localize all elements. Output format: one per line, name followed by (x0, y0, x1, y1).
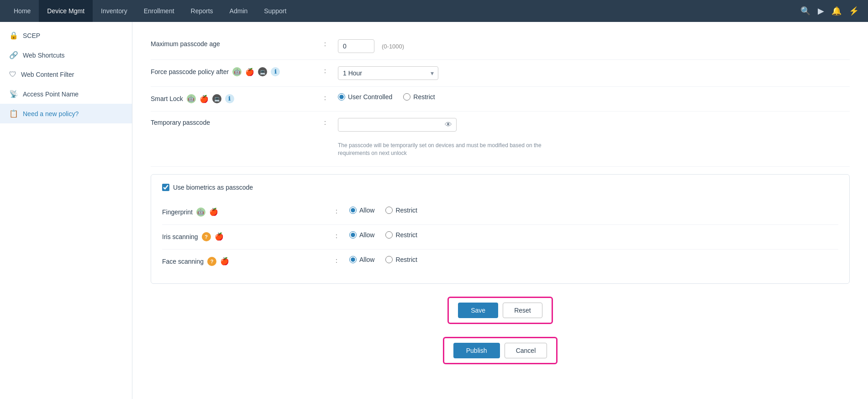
biometrics-checkbox[interactable] (162, 184, 169, 191)
sidebar-label-scep: SCEP (23, 32, 40, 39)
main-content: Maximum passcode age : (0-1000) Force pa… (132, 22, 868, 399)
force-passcode-row: Force passcode policy after 🤖 🍎 💻 ℹ : 1 … (151, 60, 850, 87)
save-reset-highlighted: Save Reset (447, 297, 553, 324)
search-icon[interactable]: 🔍 (800, 6, 810, 16)
fingerprint-label: Fingerprint 🤖 🍎 (162, 207, 336, 217)
smart-lock-user-controlled-radio[interactable] (338, 93, 345, 101)
fingerprint-value-group: Allow Restrict (349, 207, 838, 214)
nav-enrollment[interactable]: Enrollment (136, 0, 183, 22)
face-restrict-label: Restrict (395, 256, 417, 263)
sidebar-label-web-shortcuts: Web Shortcuts (23, 52, 65, 59)
face-radio-group: Allow Restrict (349, 256, 417, 263)
fingerprint-allow-label: Allow (359, 207, 374, 214)
flash-icon[interactable]: ⚡ (849, 6, 859, 16)
nav-inventory[interactable]: Inventory (93, 0, 136, 22)
face-allow-label: Allow (359, 256, 374, 263)
fingerprint-allow-option[interactable]: Allow (349, 207, 374, 214)
max-passcode-age-row: Maximum passcode age : (0-1000) (151, 33, 850, 60)
face-allow-radio[interactable] (349, 256, 357, 263)
temporary-passcode-value-group: 👁 The passcode will be temporarily set o… (338, 118, 850, 157)
sidebar-label-access-point-name: Access Point Name (23, 90, 79, 98)
publish-cancel-highlighted: Publish Cancel (443, 337, 558, 364)
face-allow-option[interactable]: Allow (349, 256, 374, 263)
temporary-passcode-input[interactable] (338, 118, 457, 132)
max-passcode-age-range: (0-1000) (382, 43, 404, 50)
iris-restrict-label: Restrict (395, 231, 417, 239)
access-point-icon: 📡 (9, 90, 18, 98)
nav-support[interactable]: Support (256, 0, 295, 22)
iris-value-group: Allow Restrict (349, 231, 838, 239)
nav-reports[interactable]: Reports (183, 0, 221, 22)
fingerprint-apple-icon: 🍎 (209, 207, 218, 217)
iris-radio-group: Allow Restrict (349, 231, 417, 239)
smart-lock-windows-icon: 💻 (212, 94, 221, 103)
save-button[interactable]: Save (458, 303, 498, 318)
face-restrict-radio[interactable] (385, 256, 393, 263)
face-restrict-option[interactable]: Restrict (385, 256, 417, 263)
smart-lock-radio-group: User Controlled Restrict (338, 93, 435, 101)
smart-lock-restrict-option[interactable]: Restrict (403, 93, 435, 101)
bell-icon[interactable]: 🔔 (831, 6, 842, 16)
sidebar-item-access-point-name[interactable]: 📡 Access Point Name (0, 84, 132, 104)
windows-icon: 💻 (258, 67, 267, 76)
sidebar-item-web-shortcuts[interactable]: 🔗 Web Shortcuts (0, 45, 132, 65)
nav-home[interactable]: Home (5, 0, 39, 22)
biometrics-header: Use biometrics as passcode (162, 184, 838, 191)
web-content-filter-icon: 🛡 (9, 70, 16, 79)
smart-lock-label: Smart Lock 🤖 🍎 💻 ℹ (151, 93, 324, 103)
fingerprint-android-icon: 🤖 (196, 207, 205, 217)
fingerprint-restrict-label: Restrict (395, 207, 417, 214)
iris-restrict-option[interactable]: Restrict (385, 231, 417, 239)
iris-green-icon: 🍎 (215, 232, 224, 241)
iris-label: Iris scanning ? 🍎 (162, 231, 336, 241)
iris-restrict-radio[interactable] (385, 231, 393, 239)
top-nav: Home Device Mgmt Inventory Enrollment Re… (0, 0, 868, 22)
publish-cancel-row: Publish Cancel (151, 337, 850, 364)
fingerprint-allow-radio[interactable] (349, 207, 357, 214)
face-green-icon: 🍎 (220, 257, 229, 266)
layout: 🔒 SCEP 🔗 Web Shortcuts 🛡 Web Content Fil… (0, 22, 868, 399)
smart-lock-restrict-label: Restrict (413, 93, 435, 101)
fingerprint-radio-group: Allow Restrict (349, 207, 417, 214)
iris-row: Iris scanning ? 🍎 : Allow Restrict (162, 225, 838, 250)
max-passcode-age-input[interactable] (338, 39, 374, 53)
force-passcode-select-wrapper: 1 Hour 2 Hours 4 Hours 8 Hours 12 Hours … (338, 66, 438, 80)
cancel-button[interactable]: Cancel (505, 343, 547, 358)
reset-button[interactable]: Reset (503, 303, 542, 318)
force-passcode-label: Force passcode policy after 🤖 🍎 💻 ℹ (151, 66, 324, 76)
android-icon: 🤖 (232, 67, 242, 76)
publish-button[interactable]: Publish (453, 343, 500, 358)
smart-lock-row: Smart Lock 🤖 🍎 💻 ℹ : User Controlled Res… (151, 87, 850, 112)
face-label: Face scanning ? 🍎 (162, 256, 336, 266)
fingerprint-restrict-option[interactable]: Restrict (385, 207, 417, 214)
temporary-passcode-hint: The passcode will be temporarily set on … (338, 142, 557, 157)
sidebar-item-web-content-filter[interactable]: 🛡 Web Content Filter (0, 65, 132, 84)
smart-lock-user-controlled-option[interactable]: User Controlled (338, 93, 392, 101)
iris-allow-radio[interactable] (349, 231, 357, 239)
save-reset-row: Save Reset (151, 297, 850, 324)
smart-lock-value-group: User Controlled Restrict (338, 93, 850, 101)
sidebar-item-need-new-policy[interactable]: 📋 Need a new policy? (0, 104, 132, 123)
video-icon[interactable]: ▶ (818, 6, 824, 16)
nav-device-mgmt[interactable]: Device Mgmt (39, 0, 93, 22)
max-passcode-age-value-group: (0-1000) (338, 39, 850, 53)
nav-admin[interactable]: Admin (221, 0, 256, 22)
force-passcode-select[interactable]: 1 Hour 2 Hours 4 Hours 8 Hours 12 Hours … (338, 66, 438, 80)
force-passcode-value-group: 1 Hour 2 Hours 4 Hours 8 Hours 12 Hours … (338, 66, 850, 80)
smart-lock-apple-icon: 🍎 (200, 94, 209, 103)
face-q-icon: ? (207, 257, 216, 266)
face-value-group: Allow Restrict (349, 256, 838, 263)
biometrics-section: Use biometrics as passcode Fingerprint 🤖… (151, 174, 850, 284)
iris-allow-label: Allow (359, 231, 374, 239)
sidebar-item-scep[interactable]: 🔒 SCEP (0, 26, 132, 45)
fingerprint-row: Fingerprint 🤖 🍎 : Allow Restrict (162, 200, 838, 225)
smart-lock-restrict-radio[interactable] (403, 93, 410, 101)
info-icon: ℹ (271, 67, 280, 76)
fingerprint-restrict-radio[interactable] (385, 207, 393, 214)
scep-icon: 🔒 (9, 31, 18, 40)
iris-allow-option[interactable]: Allow (349, 231, 374, 239)
eye-icon[interactable]: 👁 (445, 121, 452, 129)
smart-lock-info-icon: ℹ (225, 94, 234, 103)
temporary-passcode-row: Temporary passcode : 👁 The passcode will… (151, 112, 850, 167)
sidebar: 🔒 SCEP 🔗 Web Shortcuts 🛡 Web Content Fil… (0, 22, 132, 399)
